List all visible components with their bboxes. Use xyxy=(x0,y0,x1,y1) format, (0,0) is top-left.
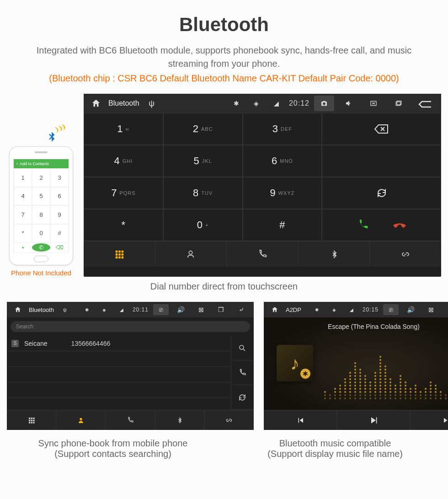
contact-number: 13566664466 xyxy=(71,340,111,347)
home-icon[interactable] xyxy=(11,304,24,315)
dial-key-2[interactable]: 2ABC xyxy=(163,113,243,145)
dial-key-7[interactable]: 7PQRS xyxy=(84,177,163,209)
dial-key-#[interactable]: # xyxy=(243,209,322,241)
tab-keypad[interactable] xyxy=(7,410,56,430)
svg-rect-8 xyxy=(121,253,123,256)
gps-status-icon: ◈ xyxy=(249,97,264,110)
headunit-music: A2DP ✱ ◈ ◢ 20:15 ⎚ 🔊 ⊠ ❐ ⤶ Escape (The P… xyxy=(264,302,448,430)
dial-side-cell xyxy=(322,177,441,209)
screenshot-button[interactable]: ⎚ xyxy=(153,304,169,315)
tab-recent[interactable] xyxy=(227,241,299,267)
recent-button[interactable]: ❐ xyxy=(443,304,448,315)
usb-icon: ψ xyxy=(59,304,71,315)
next-button[interactable] xyxy=(411,410,448,430)
backspace-button[interactable] xyxy=(374,123,389,134)
song-title: Escape (The Pina Colada Song) xyxy=(264,317,448,330)
page-subtitle: Integrated with BC6 Bluetooth module, su… xyxy=(7,44,441,70)
svg-rect-5 xyxy=(121,250,123,252)
tab-contacts[interactable] xyxy=(56,410,106,430)
recent-button[interactable]: ❐ xyxy=(213,304,229,315)
equalizer-visual xyxy=(323,340,448,401)
svg-rect-6 xyxy=(116,253,118,256)
recent-button[interactable] xyxy=(388,96,408,111)
tab-pair[interactable] xyxy=(205,410,254,430)
phone-key: # xyxy=(50,224,69,243)
status-bar: A2DP ✱ ◈ ◢ 20:15 ⎚ 🔊 ⊠ ❐ ⤶ xyxy=(264,302,448,317)
dial-key-6[interactable]: 6MNO xyxy=(243,145,322,177)
side-search-button[interactable] xyxy=(231,336,254,360)
phone-key: 8 xyxy=(32,205,50,224)
dial-key-1[interactable]: 1∞ xyxy=(84,113,163,145)
headunit-contacts: Bluetooth ψ ✱ ◈ ◢ 20:11 ⎚ 🔊 ⊠ ❐ ⤶ Search… xyxy=(7,302,254,430)
side-call-button[interactable] xyxy=(231,360,254,385)
dial-key-5[interactable]: 5JKL xyxy=(163,145,243,177)
volume-button[interactable]: 🔊 xyxy=(403,304,419,315)
svg-rect-9 xyxy=(116,256,118,258)
album-art: ♪ ✱ xyxy=(277,345,313,381)
tab-bluetooth[interactable] xyxy=(299,241,370,267)
phone-mock: ❩❩❩ ‹Add to Contacts 123456789*0# ▪ ✆ ⌫ … xyxy=(7,146,75,277)
home-icon[interactable] xyxy=(88,97,104,110)
play-button[interactable] xyxy=(337,410,410,430)
phone-key: 0 xyxy=(32,224,50,243)
status-bar: Bluetooth ψ ✱ ◈ ◢ 20:12 xyxy=(84,94,441,113)
svg-point-12 xyxy=(240,345,244,349)
redial-button[interactable] xyxy=(375,188,388,199)
back-button[interactable]: ⤶ xyxy=(234,304,249,315)
dial-key-3[interactable]: 3DEF xyxy=(243,113,322,145)
svg-rect-20 xyxy=(31,422,32,423)
close-button[interactable]: ⊠ xyxy=(423,304,439,315)
dial-key-8[interactable]: 8TUV xyxy=(163,177,243,209)
side-sync-button[interactable] xyxy=(231,385,254,410)
svg-rect-21 xyxy=(33,422,34,423)
call-button[interactable] xyxy=(357,219,369,231)
tab-recent[interactable] xyxy=(106,410,155,430)
phone-key: 7 xyxy=(14,205,32,224)
search-input[interactable]: Search xyxy=(11,321,250,332)
contact-row xyxy=(7,351,231,367)
tab-keypad[interactable] xyxy=(84,241,155,267)
wifi-status-icon: ◢ xyxy=(269,97,284,110)
wifi-status-icon: ◢ xyxy=(345,304,358,315)
phone-video-icon: ▪ xyxy=(14,242,32,252)
tab-pair[interactable] xyxy=(370,241,441,267)
home-icon[interactable] xyxy=(268,304,281,315)
contact-name: Seicane xyxy=(24,340,48,347)
screenshot-button[interactable]: ⎚ xyxy=(383,304,399,315)
screenshot-button[interactable] xyxy=(314,96,334,111)
volume-button[interactable]: 🔊 xyxy=(173,304,189,315)
signal-waves-icon: ❩❩❩ xyxy=(53,123,66,134)
tab-bluetooth[interactable] xyxy=(155,410,205,430)
dial-side-cell xyxy=(322,113,441,145)
phone-key: 9 xyxy=(50,205,69,224)
dial-key-4[interactable]: 4GHI xyxy=(84,145,163,177)
svg-rect-16 xyxy=(29,419,30,421)
close-button[interactable] xyxy=(363,96,384,111)
dial-key-9[interactable]: 9WXYZ xyxy=(243,177,322,209)
volume-button[interactable] xyxy=(339,96,359,111)
tab-contacts[interactable] xyxy=(155,241,227,267)
phone-key: 4 xyxy=(14,187,32,206)
dial-key-0[interactable]: 0+ xyxy=(163,209,243,241)
svg-rect-19 xyxy=(29,422,30,423)
phone-topbar-label: Add to Contacts xyxy=(20,161,49,166)
clock: 20:11 xyxy=(133,306,149,313)
dialer-caption: Dial number direct from touchscreen xyxy=(7,281,441,292)
svg-rect-18 xyxy=(33,419,34,421)
page-title: Bluetooth xyxy=(7,14,441,36)
hangup-button[interactable] xyxy=(392,220,407,230)
phone-key: * xyxy=(14,224,32,243)
svg-rect-4 xyxy=(118,250,121,252)
back-button[interactable] xyxy=(413,96,437,111)
prev-button[interactable] xyxy=(264,410,337,430)
close-button[interactable]: ⊠ xyxy=(193,304,209,315)
music-caption: Bluetooth music compatible (Support disp… xyxy=(229,438,441,459)
wifi-status-icon: ◢ xyxy=(115,304,128,315)
phone-key: 3 xyxy=(50,168,69,187)
bt-status-icon: ✱ xyxy=(310,304,323,315)
dial-key-*[interactable]: * xyxy=(84,209,163,241)
contact-row[interactable]: S Seicane 13566664466 xyxy=(7,336,231,351)
bt-status-icon: ✱ xyxy=(229,97,244,110)
dial-side-cell xyxy=(322,209,441,241)
phone-key: 2 xyxy=(32,168,50,187)
